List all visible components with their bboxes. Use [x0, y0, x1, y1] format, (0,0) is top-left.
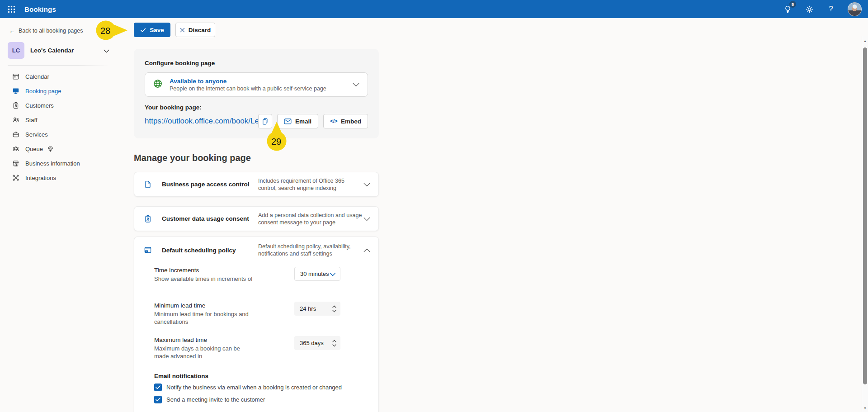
main-content: Save Discard Configure booking page Avai… [122, 18, 868, 412]
toolbar: Save Discard [134, 23, 868, 37]
sidebar-item-label: Calendar [25, 73, 49, 80]
checkbox-check-icon [156, 398, 160, 402]
back-to-booking-pages-link[interactable]: ← Back to all booking pages [9, 27, 122, 34]
card-title: Business page access control [162, 181, 258, 188]
save-button[interactable]: Save [134, 23, 170, 37]
scroll-down-arrow-icon[interactable]: ▼ [862, 407, 868, 410]
expand-chevron-down-icon[interactable] [363, 180, 370, 189]
booking-page-url-link[interactable]: https://outlook.office.com/book/Leos… [145, 117, 258, 126]
sidebar-item-label: Queue [25, 146, 43, 152]
spinner-down-icon[interactable] [332, 344, 336, 347]
sidebar-item-staff[interactable]: Staff [0, 113, 122, 127]
email-button-label: Email [295, 118, 311, 125]
sidebar-item-booking-page[interactable]: Booking page [0, 84, 122, 98]
card-title: Customer data usage consent [162, 215, 258, 222]
field-description: Minimum lead time for bookings and cance… [154, 310, 260, 326]
sidebar-item-label: Business information [25, 160, 80, 167]
access-level-subtitle: People on the internet can book with a p… [170, 85, 326, 92]
sidebar: ← Back to all booking pages LC Leo's Cal… [0, 18, 122, 412]
staff-icon [12, 116, 19, 124]
embed-code-icon: </> [330, 118, 337, 124]
copy-icon [261, 117, 269, 126]
customers-icon [12, 102, 19, 109]
whats-new-lightbulb-icon[interactable]: 5 [783, 4, 793, 14]
queue-icon [12, 145, 19, 153]
maximum-lead-time-spinner[interactable]: 365 days [294, 336, 340, 350]
maximum-lead-time-labels: Maximum lead time Maximum days a booking… [154, 336, 254, 360]
discard-button[interactable]: Discard [175, 23, 215, 37]
email-button[interactable]: Email [277, 114, 318, 128]
save-check-icon [140, 27, 146, 33]
sidebar-item-label: Customers [25, 102, 54, 109]
calendar-switcher[interactable]: LC Leo's Calendar [8, 42, 122, 59]
sidebar-item-services[interactable]: Services [0, 127, 122, 142]
configure-card-title: Configure booking page [145, 60, 368, 66]
back-arrow-icon: ← [9, 27, 15, 34]
field-description: Maximum days a booking can be made advan… [154, 345, 254, 360]
discard-x-icon [180, 28, 185, 33]
calendar-initials-avatar: LC [8, 42, 24, 59]
scheduling-policy-icon [144, 246, 152, 254]
consent-clipboard-icon [144, 215, 152, 223]
sidebar-nav: Calendar Booking page Customers Staff [0, 69, 122, 185]
checkbox-check-icon [156, 385, 160, 389]
dropdown-value: 30 minutes [300, 270, 329, 277]
time-increments-dropdown[interactable]: 30 minutes [294, 267, 340, 281]
embed-button[interactable]: </> Embed [323, 114, 368, 128]
globe-icon [153, 79, 163, 90]
minimum-lead-time-spinner[interactable]: 24 hrs [294, 302, 340, 316]
configure-booking-page-card: Configure booking page Available to anyo… [134, 49, 379, 138]
business-information-icon [12, 160, 19, 167]
spinner-up-icon[interactable] [332, 305, 336, 308]
sidebar-item-calendar[interactable]: Calendar [0, 69, 122, 84]
scrollbar-thumb[interactable] [863, 47, 867, 384]
sidebar-item-label: Staff [25, 117, 38, 123]
user-avatar[interactable] [848, 2, 862, 16]
help-icon[interactable]: ? [826, 4, 836, 14]
field-label: Maximum lead time [154, 336, 254, 343]
integrations-icon [12, 174, 19, 182]
spinner-value: 365 days [300, 340, 324, 346]
sidebar-item-queue[interactable]: Queue [0, 142, 122, 156]
meeting-invite-checkbox[interactable] [154, 396, 162, 403]
scroll-up-arrow-icon[interactable]: ▲ [862, 39, 868, 43]
spinner-value: 24 hrs [300, 305, 316, 312]
checkbox-label: Send a meeting invite to the customer [166, 396, 265, 403]
sidebar-item-customers[interactable]: Customers [0, 98, 122, 113]
expand-chevron-down-icon[interactable] [363, 215, 370, 223]
calendar-icon [12, 73, 19, 81]
access-level-title: Available to anyone [170, 78, 326, 85]
services-icon [12, 131, 19, 138]
checkbox-label: Notify the business via email when a boo… [166, 384, 342, 391]
card-title: Default scheduling policy [162, 247, 258, 254]
document-icon [144, 180, 152, 189]
scheduling-policy-header[interactable]: Default scheduling policy Default schedu… [134, 237, 378, 263]
sidebar-divider [8, 65, 109, 66]
app-launcher-icon[interactable] [4, 1, 19, 17]
card-description: Includes requirement of Office 365 contr… [258, 177, 362, 192]
sidebar-item-integrations[interactable]: Integrations [0, 170, 122, 185]
sidebar-item-business-information[interactable]: Business information [0, 156, 122, 170]
booking-page-icon [12, 87, 19, 95]
access-level-select[interactable]: Available to anyone People on the intern… [145, 72, 368, 97]
calendar-name: Leo's Calendar [30, 47, 74, 54]
customer-data-usage-consent-card[interactable]: Customer data usage consent Add a person… [134, 206, 379, 231]
business-page-access-control-card[interactable]: Business page access control Includes re… [134, 172, 379, 197]
spinner-down-icon[interactable] [332, 310, 336, 313]
settings-gear-icon[interactable] [804, 4, 814, 14]
notification-badge: 5 [789, 1, 796, 8]
app-body: ← Back to all booking pages LC Leo's Cal… [0, 18, 868, 412]
access-chevron-down-icon[interactable] [353, 81, 359, 89]
calendar-chevron-down-icon[interactable] [104, 47, 109, 55]
default-scheduling-policy-card: Default scheduling policy Default schedu… [134, 237, 379, 412]
time-increments-labels: Time increments Show available times in … [154, 267, 281, 283]
embed-button-label: Embed [341, 118, 361, 125]
copy-url-button[interactable] [258, 114, 272, 128]
notify-business-checkbox[interactable] [154, 384, 162, 391]
collapse-chevron-up-icon[interactable] [363, 246, 370, 254]
spinner-up-icon[interactable] [332, 340, 336, 342]
booking-url-row: https://outlook.office.com/book/Leos… Em… [145, 114, 368, 128]
sidebar-item-label: Services [25, 131, 48, 138]
booking-page-label: Your booking page: [145, 104, 368, 111]
vertical-scrollbar[interactable]: ▲ ▼ [862, 36, 868, 412]
